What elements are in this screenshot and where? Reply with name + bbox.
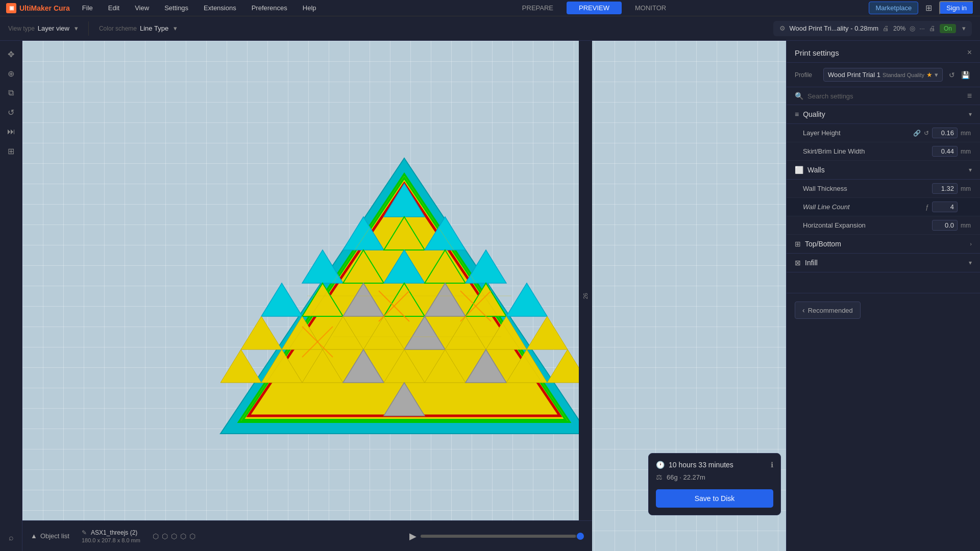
skirt-brim-label: Skirt/Brim Line Width — [803, 147, 932, 155]
tab-preview[interactable]: PREVIEW — [567, 2, 622, 14]
object-icon-4[interactable]: ⬡ — [180, 532, 186, 540]
section-walls-left: ⬜ Walls — [795, 166, 825, 174]
apps-grid-icon[interactable]: ⊞ — [923, 1, 934, 15]
search-input[interactable] — [807, 92, 963, 100]
horizontal-expansion-label: Horizontal Expansion — [803, 221, 932, 229]
quality-title: Quality — [803, 110, 825, 118]
object-icon-3[interactable]: ⬡ — [171, 532, 177, 540]
tool-redo[interactable]: ⏭ — [3, 123, 19, 140]
section-infill[interactable]: ⊠ Infill ▾ — [787, 254, 980, 272]
recommended-area: ‹ Recommended — [787, 293, 980, 327]
app-logo: ▣ UltiMaker Cura — [6, 3, 70, 13]
layer-progress-fill — [421, 535, 576, 538]
tool-layers[interactable]: ⧉ — [3, 85, 19, 101]
app-logo-icon: ▣ — [6, 3, 16, 13]
object-list-toggle[interactable]: ▲ Object list — [31, 532, 69, 540]
view-type-selector[interactable]: View type Layer view ▾ — [8, 24, 78, 32]
info-icon[interactable]: ℹ — [771, 461, 773, 469]
wall-line-count-value[interactable]: 4 — [932, 202, 958, 212]
object-icon-2[interactable]: ⬡ — [162, 532, 168, 540]
wall-thickness-value[interactable]: 1.32 — [932, 183, 958, 194]
quality-chevron: ▾ — [969, 111, 972, 118]
printer-info-bar: ⚙ Wood Print Tri...ality - 0.28mm 🖨 20% … — [773, 21, 972, 36]
viewport[interactable]: 26 ▲ Object list ✎ ASX1_threejs (2) 180.… — [22, 41, 786, 551]
object-list-label: Object list — [40, 532, 69, 540]
top-bottom-chevron: › — [970, 241, 972, 247]
bottom-bar: ▲ Object list ✎ ASX1_threejs (2) 180.0 x… — [22, 520, 592, 551]
printer-settings-icon: ⚙ — [779, 24, 786, 32]
setting-horizontal-expansion: Horizontal Expansion 0.0 mm — [787, 216, 980, 235]
save-to-disk-button[interactable]: Save to Disk — [656, 489, 773, 508]
profile-refresh-icon[interactable]: ↺ — [947, 69, 957, 81]
rec-arrow-icon: ‹ — [802, 306, 805, 314]
layer-progress-bar[interactable] — [421, 535, 584, 538]
section-walls[interactable]: ⬜ Walls ▾ — [787, 161, 980, 180]
color-scheme-value: Line Type — [140, 24, 168, 32]
menu-dots-icon[interactable]: ≡ — [967, 91, 972, 101]
svg-marker-27 — [527, 316, 568, 349]
estimate-panel: 🕐 10 hours 33 minutes ℹ ⚖ 66g · 22.27m S… — [648, 453, 781, 515]
walls-icon: ⬜ — [795, 166, 803, 174]
setting-wall-line-count: Wall Line Count ƒ 4 — [787, 198, 980, 216]
play-button[interactable]: ▶ — [409, 531, 416, 542]
object-icon-5[interactable]: ⬡ — [189, 532, 195, 540]
walls-title: Walls — [807, 166, 825, 174]
menu-view[interactable]: View — [132, 2, 152, 14]
more-icon[interactable]: ··· — [919, 24, 925, 32]
horizontal-expansion-value[interactable]: 0.0 — [932, 220, 958, 231]
setting-skirt-brim: Skirt/Brim Line Width 0.44 mm — [787, 142, 980, 161]
color-scheme-selector[interactable]: Color scheme Line Type ▾ — [99, 24, 177, 32]
recommended-button[interactable]: ‹ Recommended — [795, 302, 861, 319]
menu-extensions[interactable]: Extensions — [201, 2, 239, 14]
search-icon: 🔍 — [795, 92, 803, 100]
material-icon: ◎ — [910, 24, 915, 32]
object-icon-1[interactable]: ⬡ — [153, 532, 159, 540]
profile-star-icon: ★ — [926, 71, 933, 79]
signin-button[interactable]: Sign in — [939, 1, 974, 15]
top-tabs: PREPARE PREVIEW MONITOR — [510, 2, 678, 14]
link-icon: 🔗 — [913, 130, 921, 137]
section-top-bottom-left: ⊞ Top/Bottom — [795, 240, 841, 248]
chevron-up-icon: ▲ — [31, 532, 37, 540]
menu-file[interactable]: File — [79, 2, 96, 14]
layer-height-value[interactable]: 0.16 — [932, 128, 958, 138]
tool-group[interactable]: ⊞ — [3, 143, 19, 159]
skirt-brim-value[interactable]: 0.44 — [932, 146, 958, 157]
color-scheme-label: Color scheme — [99, 25, 137, 32]
section-quality[interactable]: ≡ Quality ▾ — [787, 105, 980, 124]
profile-row: Profile Wood Print Trial 1 Standard Qual… — [787, 63, 980, 87]
app-name: UltiMaker Cura — [19, 4, 70, 12]
edit-icon: ✎ — [82, 529, 87, 536]
formula-icon: ƒ — [925, 204, 929, 211]
tab-monitor[interactable]: MONITOR — [623, 2, 678, 14]
scroll-filler — [787, 272, 980, 293]
section-top-bottom[interactable]: ⊞ Top/Bottom › — [787, 235, 980, 254]
reset-icon[interactable]: ↺ — [924, 130, 929, 137]
layer-progress-thumb[interactable] — [577, 533, 584, 540]
menu-preferences[interactable]: Preferences — [249, 2, 290, 14]
profile-selector[interactable]: Wood Print Trial 1 Standard Quality ★ ▾ — [823, 68, 943, 82]
marketplace-button[interactable]: Marketplace — [869, 2, 918, 14]
tool-undo[interactable]: ↺ — [3, 104, 19, 120]
menu-help[interactable]: Help — [300, 2, 320, 14]
object-name: ASX1_threejs (2) — [91, 529, 137, 536]
setting-wall-thickness: Wall Thickness 1.32 mm — [787, 180, 980, 198]
tab-prepare[interactable]: PREPARE — [510, 2, 566, 14]
tool-select[interactable]: ⊕ — [3, 65, 19, 82]
panel-close-button[interactable]: × — [967, 48, 972, 57]
settings-scroll-area[interactable]: ≡ Quality ▾ Layer Height 🔗 ↺ 0.16 mm Ski… — [787, 105, 980, 551]
profile-save-icon[interactable]: 💾 — [959, 69, 972, 81]
tool-move[interactable]: ✥ — [3, 46, 19, 62]
menu-edit[interactable]: Edit — [105, 2, 122, 14]
color-scheme-chevron: ▾ — [174, 24, 177, 32]
left-toolbar: ✥ ⊕ ⧉ ↺ ⏭ ⊞ ⌕ — [0, 41, 22, 551]
on-badge[interactable]: On — [940, 24, 956, 33]
setting-layer-height: Layer Height 🔗 ↺ 0.16 mm — [787, 124, 980, 142]
menu-settings[interactable]: Settings — [161, 2, 191, 14]
tool-search[interactable]: ⌕ — [3, 530, 19, 546]
layer-bar: 26 — [579, 41, 592, 551]
printer-chevron[interactable]: ▾ — [962, 24, 966, 32]
infill-icon: ⊠ — [795, 259, 801, 267]
playback-controls: ▶ — [409, 531, 584, 542]
print-icon: 🖨 — [929, 24, 936, 32]
